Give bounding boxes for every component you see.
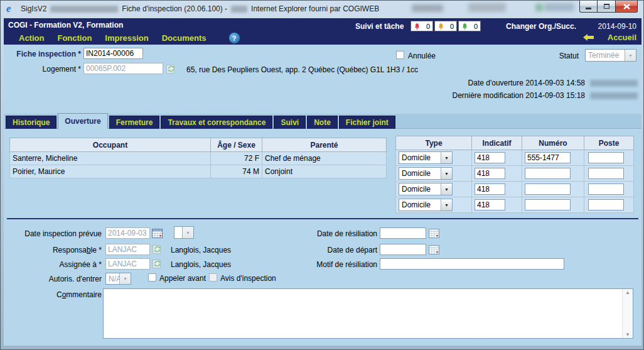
annulee-checkbox[interactable] xyxy=(396,51,404,59)
calendar-icon[interactable] xyxy=(429,244,439,256)
bell-green-icon xyxy=(461,23,468,30)
yellow-alert-count: 0 xyxy=(450,23,454,30)
time-period-value xyxy=(174,227,182,238)
autoris-entrer-select[interactable]: N/A▼ xyxy=(105,273,131,285)
occupant-row[interactable]: Santerre, Micheline 72 F Chef de ménage xyxy=(10,152,387,165)
date-resiliation-input[interactable] xyxy=(380,227,426,239)
calendar-icon[interactable] xyxy=(429,228,439,240)
red-alert-count: 0 xyxy=(426,23,430,30)
phone-type-value: Domicile xyxy=(399,152,441,163)
col-occupant: Occupant xyxy=(10,138,211,152)
changer-org-succ-button[interactable]: Changer Org./Succ. xyxy=(506,22,576,31)
phone-indicatif-input[interactable] xyxy=(475,168,505,179)
ouverture-tab-panel: Occupant Âge / Sexe Parenté Santerre, Mi… xyxy=(4,129,641,346)
background-icon-blur xyxy=(535,4,543,11)
occupant-name: Poirier, Maurice xyxy=(10,165,211,178)
tab-fermeture[interactable]: Fermeture xyxy=(109,116,160,129)
phone-numero-input[interactable] xyxy=(525,199,571,211)
tab-ouverture[interactable]: Ouverture xyxy=(58,113,107,129)
accueil-button[interactable]: Accueil xyxy=(608,33,636,42)
chevron-down-icon: ▼ xyxy=(441,168,452,179)
phone-numero-input[interactable] xyxy=(525,168,571,179)
date-ouverture-value: 2014-09-03 14:58 xyxy=(525,79,585,87)
scroll-down-icon[interactable]: ▼ xyxy=(625,332,630,337)
col-parente: Parenté xyxy=(262,138,387,152)
bell-yellow-icon xyxy=(437,23,444,30)
phone-poste-input[interactable] xyxy=(588,168,624,179)
fiche-inspection-input[interactable] xyxy=(83,48,143,59)
menu-fonction[interactable]: Fonction xyxy=(57,33,92,43)
tab-fichier-joint[interactable]: Fichier joint xyxy=(339,116,395,129)
commentaire-label: Commentaire xyxy=(4,290,102,299)
menu-documents[interactable]: Documents xyxy=(162,33,207,43)
phone-type-select[interactable]: Domicile▼ xyxy=(399,183,453,195)
titlebar: e SigIsV2Fiche d'inspection (20.06.100) … xyxy=(1,1,643,18)
statut-select[interactable]: Terminée ▼ xyxy=(585,49,636,62)
phone-numero-input[interactable] xyxy=(525,152,571,163)
phone-poste-input[interactable] xyxy=(588,183,624,195)
assignee-lookup-icon[interactable] xyxy=(152,258,163,271)
phone-row: Domicile▼ xyxy=(396,166,634,182)
red-alert-counter[interactable]: 0 xyxy=(411,21,433,31)
redacted-text xyxy=(231,6,247,13)
maximize-button[interactable] xyxy=(598,1,616,13)
background-window-blur xyxy=(412,4,443,12)
avis-inspection-checkbox[interactable] xyxy=(209,273,217,282)
back-arrow-icon[interactable] xyxy=(583,34,594,41)
close-button[interactable] xyxy=(616,1,638,13)
date-inspection-prevue-input[interactable] xyxy=(105,227,150,239)
green-alert-counter[interactable]: 0 xyxy=(458,21,481,31)
assignee-input[interactable] xyxy=(105,258,150,270)
section-divider xyxy=(7,218,638,219)
chevron-down-icon: ▼ xyxy=(441,199,452,211)
statut-label: Statut xyxy=(538,52,579,60)
phone-indicatif-input[interactable] xyxy=(475,183,505,195)
help-icon[interactable]: ? xyxy=(228,32,240,44)
occupants-table: Occupant Âge / Sexe Parenté Santerre, Mi… xyxy=(9,138,387,178)
accueil-nav: Accueil xyxy=(583,33,636,42)
appeler-avant-checkbox[interactable] xyxy=(148,273,156,282)
menu-bar: Action Fonction Impression Documents ? xyxy=(19,32,240,44)
occupant-row[interactable]: Poirier, Maurice 74 M Conjoint xyxy=(10,165,387,178)
phone-type-select[interactable]: Domicile▼ xyxy=(399,151,453,164)
tab-note[interactable]: Note xyxy=(307,116,338,129)
tab-travaux-et-correspondance[interactable]: Travaux et correspondance xyxy=(161,116,272,129)
tab-suivi[interactable]: Suivi xyxy=(274,116,306,129)
responsable-input[interactable] xyxy=(105,244,150,255)
responsable-lookup-icon[interactable] xyxy=(152,244,163,256)
phone-type-value: Domicile xyxy=(399,168,441,179)
scroll-up-icon[interactable]: ▲ xyxy=(625,290,630,295)
phone-type-select[interactable]: Domicile▼ xyxy=(399,167,453,180)
occupants-header-row: Occupant Âge / Sexe Parenté xyxy=(10,138,387,152)
menu-impression[interactable]: Impression xyxy=(105,33,148,43)
logement-lookup-icon[interactable] xyxy=(166,63,176,76)
commentaire-textarea[interactable] xyxy=(104,289,622,338)
app-header: COGI - Formation V2, Formation Suivi et … xyxy=(4,18,641,45)
maximize-icon xyxy=(604,4,609,9)
phone-type-select[interactable]: Domicile▼ xyxy=(399,199,453,211)
phone-poste-input[interactable] xyxy=(588,199,624,211)
occupant-name: Santerre, Micheline xyxy=(10,152,211,165)
redacted-user-name xyxy=(590,92,638,99)
minimize-button[interactable] xyxy=(579,1,598,13)
motif-resiliation-input[interactable] xyxy=(380,258,564,270)
background-window-blur xyxy=(544,3,574,11)
tabs: Historique Ouverture Fermeture Travaux e… xyxy=(6,113,395,129)
logement-input[interactable] xyxy=(83,63,163,74)
date-depart-input[interactable] xyxy=(380,244,426,255)
menu-action[interactable]: Action xyxy=(19,33,44,43)
time-period-select[interactable]: ▼ xyxy=(174,226,194,239)
logement-address: 65, rue Des Peupliers Ouest, app. 2 Québ… xyxy=(186,65,418,74)
yellow-alert-counter[interactable]: 0 xyxy=(434,21,457,31)
inspection-header-form: Fiche inspection * Annulée Statut Termin… xyxy=(4,45,641,114)
phone-poste-input[interactable] xyxy=(588,152,624,163)
calendar-icon[interactable] xyxy=(152,228,163,240)
commentaire-scrollbar[interactable]: ▲ ▼ xyxy=(622,289,633,338)
phone-numero-input[interactable] xyxy=(525,183,571,195)
phone-indicatif-input[interactable] xyxy=(475,152,505,163)
phone-indicatif-input[interactable] xyxy=(475,199,505,211)
title-app-name: SigIsV2 xyxy=(21,4,46,13)
fiche-inspection-label: Fiche inspection * xyxy=(4,50,81,58)
tab-historique[interactable]: Historique xyxy=(6,116,56,129)
minimize-icon xyxy=(586,8,591,9)
